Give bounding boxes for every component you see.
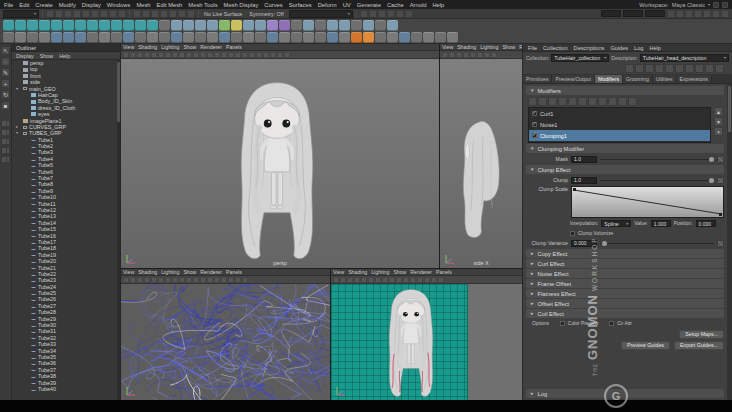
slider-handle[interactable] xyxy=(709,157,714,162)
statusline-icon[interactable] xyxy=(378,10,386,18)
menu-surfaces[interactable]: Surfaces xyxy=(289,2,312,8)
workspace-icon[interactable] xyxy=(713,2,719,8)
viewport-wireframe[interactable]: ViewShadingLightingShowRendererPanels xyxy=(121,269,330,400)
shelf-icon[interactable] xyxy=(123,32,134,43)
shelf-icon[interactable] xyxy=(51,20,62,31)
viewport-toolbar-icon[interactable] xyxy=(491,52,497,58)
viewport-toolbar-icon[interactable] xyxy=(403,277,409,283)
shelf-icon[interactable] xyxy=(15,32,26,43)
shelf-icon[interactable] xyxy=(291,32,302,43)
viewport-menu-renderer[interactable]: Renderer xyxy=(410,269,432,275)
shelf-icon[interactable] xyxy=(27,32,38,43)
section-log[interactable]: Log xyxy=(526,389,724,398)
xgen-toolbar-icon[interactable] xyxy=(715,64,724,73)
viewport-menu-shading[interactable]: Shading xyxy=(348,269,367,275)
shelf-icon[interactable] xyxy=(315,20,326,31)
shelf-icon[interactable] xyxy=(183,32,194,43)
viewport-toolbar-icon[interactable] xyxy=(277,52,283,58)
shelf-icon[interactable] xyxy=(207,20,218,31)
shelf-icon[interactable] xyxy=(399,32,410,43)
modifier-add-icon[interactable] xyxy=(608,97,617,106)
viewport-side-canvas[interactable]: side X xyxy=(440,59,522,268)
xgen-menu-guides[interactable]: Guides xyxy=(610,45,628,51)
section-copy-effect[interactable]: Copy Effect xyxy=(526,249,724,258)
viewport-toolbar-icon[interactable] xyxy=(130,277,136,283)
shelf-icon[interactable] xyxy=(75,20,86,31)
viewport-toolbar-icon[interactable] xyxy=(130,52,136,58)
menu-edit[interactable]: Edit xyxy=(19,2,29,8)
shelf-icon[interactable] xyxy=(51,32,62,43)
shelf-icon[interactable] xyxy=(63,32,74,43)
viewport-toolbar-icon[interactable] xyxy=(137,52,143,58)
modifier-checkbox[interactable] xyxy=(532,122,537,127)
statusline-icon[interactable] xyxy=(151,10,159,18)
scale-tool-icon[interactable]: ■ xyxy=(1,101,10,110)
shelf-icon[interactable] xyxy=(171,32,182,43)
shelf-icon[interactable] xyxy=(39,20,50,31)
xgen-toolbar-icon[interactable] xyxy=(705,64,714,73)
statusline-icon[interactable] xyxy=(187,10,195,18)
statusline-icon[interactable] xyxy=(396,10,404,18)
shelf-icon[interactable] xyxy=(243,20,254,31)
statusline-icon[interactable] xyxy=(46,10,54,18)
statusline-icon[interactable] xyxy=(676,10,684,18)
map-button-icon[interactable] xyxy=(717,156,724,163)
viewport-toolbar-icon[interactable] xyxy=(477,52,483,58)
shelf-icon[interactable] xyxy=(267,32,278,43)
menu-curves[interactable]: Curves xyxy=(264,2,282,8)
viewport-toolbar-icon[interactable] xyxy=(172,52,178,58)
shelf-icon[interactable] xyxy=(123,20,134,31)
layout-preset-button[interactable] xyxy=(1,147,10,154)
map-button-icon[interactable] xyxy=(717,177,724,184)
workspace-selector[interactable]: Workspace: Maya Classic ▾ xyxy=(639,2,728,8)
shelf-icon[interactable] xyxy=(387,32,398,43)
shelf-icon[interactable] xyxy=(27,20,38,31)
section-clump-effect[interactable]: Clump Effect xyxy=(526,165,724,174)
clump-slider[interactable] xyxy=(600,180,714,181)
statusline-icon[interactable] xyxy=(405,10,413,18)
viewport-toolbar-icon[interactable] xyxy=(410,277,416,283)
modifier-add-icon[interactable] xyxy=(568,97,577,106)
outliner-scrollbar[interactable] xyxy=(117,60,120,400)
viewport-toolbar-icon[interactable] xyxy=(200,52,206,58)
shelf-icon[interactable] xyxy=(111,32,122,43)
xgen-toolbar-icon[interactable] xyxy=(635,64,644,73)
ramp-point[interactable] xyxy=(573,188,576,191)
clump-variance-field[interactable]: 0.000 xyxy=(571,240,597,247)
menu-mesh[interactable]: Mesh xyxy=(136,2,150,8)
coordinate-field-y[interactable] xyxy=(623,10,643,17)
viewport-menu-renderer[interactable]: Renderer xyxy=(200,269,222,275)
shelf-icon[interactable] xyxy=(315,32,326,43)
viewport-menu-renderer[interactable]: Renderer xyxy=(200,44,222,50)
viewport-toolbar-icon[interactable] xyxy=(463,52,469,58)
viewport-toolbar-icon[interactable] xyxy=(354,277,360,283)
statusline-icon[interactable] xyxy=(387,10,395,18)
coordinate-field-z[interactable] xyxy=(645,10,665,17)
statusline-icon[interactable] xyxy=(712,10,720,18)
scrollbar-thumb[interactable] xyxy=(728,86,731,132)
statusline-icon[interactable] xyxy=(169,10,177,18)
viewport-toolbar-icon[interactable] xyxy=(284,52,290,58)
viewport-menu-lighting[interactable]: Lighting xyxy=(480,44,498,50)
viewport-toolbar-icon[interactable] xyxy=(221,52,227,58)
shelf-icon[interactable] xyxy=(135,32,146,43)
viewport-toolbar-icon[interactable] xyxy=(193,277,199,283)
shelf-icon[interactable] xyxy=(447,32,458,43)
clump-scale-ramp[interactable] xyxy=(571,186,724,218)
statusline-icon[interactable] xyxy=(685,10,693,18)
statusline-icon[interactable] xyxy=(82,10,90,18)
position-field[interactable]: 0.000 xyxy=(696,220,716,227)
shelf-icon[interactable] xyxy=(351,32,362,43)
statusline-icon[interactable] xyxy=(73,10,81,18)
section-curl-effect[interactable]: Curl Effect xyxy=(526,259,724,268)
statusline-icon[interactable] xyxy=(703,10,711,18)
menu-file[interactable]: File xyxy=(4,2,13,8)
slider-handle[interactable] xyxy=(602,241,607,246)
viewport-toolbar-icon[interactable] xyxy=(417,277,423,283)
move-tool-icon[interactable]: + xyxy=(1,79,10,88)
shelf-icon[interactable] xyxy=(111,20,122,31)
scrollbar-thumb[interactable] xyxy=(117,62,120,122)
xgen-scrollbar[interactable] xyxy=(727,84,732,400)
shelf-icon[interactable] xyxy=(183,20,194,31)
statusline-icon[interactable] xyxy=(360,10,368,18)
